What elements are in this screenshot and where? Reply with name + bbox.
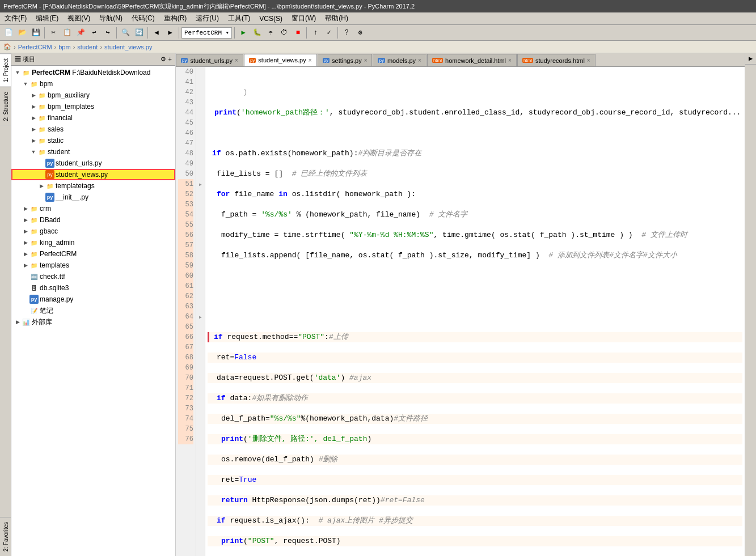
panel-gear-icon[interactable]: ⚙ (161, 56, 166, 63)
folder-icon-bpm-tpl: 📁 (37, 102, 47, 111)
tree-king-admin[interactable]: ▶ 📁 king_admin (11, 237, 175, 248)
profile-btn[interactable]: ⏱ (278, 27, 290, 39)
structure-tab[interactable]: 2: Structure (0, 87, 11, 126)
menu-code[interactable]: 代码(C) (127, 12, 159, 24)
code-line-47: modify_time = time.strftime( "%Y-%m-%d %… (208, 230, 742, 240)
tab-html-icon-hw: html (432, 58, 443, 63)
debug-btn[interactable]: 🐛 (251, 27, 263, 39)
breadcrumb-file[interactable]: student_views.py (104, 44, 152, 50)
redo-btn[interactable]: ↪ (102, 27, 114, 39)
tree-arrow-root: ▼ (14, 70, 22, 75)
menu-file[interactable]: 文件(F) (0, 12, 31, 24)
tree-sales[interactable]: ▶ 📁 sales (11, 124, 175, 135)
menu-help[interactable]: 帮助(H) (320, 12, 353, 24)
menu-refactor[interactable]: 重构(R) (159, 12, 192, 24)
tab-close-homework-detail[interactable]: × (508, 57, 512, 63)
search-btn[interactable]: 🔍 (119, 27, 132, 39)
tab-py-icon-settings: py (323, 58, 330, 63)
menu-run[interactable]: 运行(U) (191, 12, 223, 24)
tab-student-urls[interactable]: py student_urls.py × (176, 54, 243, 66)
back-btn[interactable]: ◀ (150, 27, 163, 39)
tab-close-settings[interactable]: × (364, 57, 368, 63)
menu-navigate[interactable]: 导航(N) (95, 12, 127, 24)
tree-templates[interactable]: ▶ 📁 templates (11, 260, 175, 271)
tree-root[interactable]: ▼ 📁 PerfectCRM F:\BaiduNetdiskDownload (11, 67, 175, 78)
tree-arrow-bpm-aux: ▶ (29, 92, 37, 98)
tree-check-ttf[interactable]: ▶ 🔤 check.ttf (11, 271, 175, 282)
tree-external-libs[interactable]: ▶ 📊 外部库 (11, 316, 175, 328)
title-text: PerfectCRM - [F:\BaiduNetdiskDownload\59… (3, 2, 415, 11)
tree-crm[interactable]: ▶ 📁 crm (11, 203, 175, 214)
breadcrumb-home[interactable]: 🏠 (3, 43, 11, 50)
tree-arrow-student: ▼ (29, 149, 37, 155)
tree-notes[interactable]: ▶ 📝 笔记 (11, 305, 175, 316)
run-config-dropdown[interactable]: PerfectCRM ▾ (181, 27, 232, 39)
right-sidebar-collapse[interactable]: ▶ (745, 53, 756, 65)
project-tab[interactable]: 1: Project (0, 53, 11, 87)
help-btn[interactable]: ? (340, 27, 353, 39)
tab-studyrecords[interactable]: html studyrecords.html × (517, 54, 595, 66)
cut-btn[interactable]: ✂ (47, 27, 60, 39)
new-file-btn[interactable]: 📄 (2, 27, 15, 39)
paste-btn[interactable]: 📌 (74, 27, 87, 39)
breadcrumb-bpm[interactable]: bpm (58, 44, 70, 50)
vcs-commit-btn[interactable]: ✓ (323, 27, 335, 39)
code-line-43: if os.path.exists(homework_path):#判断目录是否… (208, 148, 742, 159)
tree-init[interactable]: ▶ py __init__.py (11, 192, 175, 203)
tree-financial[interactable]: ▶ 📁 financial (11, 112, 175, 124)
favorites-tab[interactable]: 2: Favorites (0, 517, 11, 556)
settings-btn[interactable]: ⚙ (354, 27, 366, 39)
tree-student[interactable]: ▼ 📁 student (11, 146, 175, 158)
tab-close-models[interactable]: × (418, 57, 421, 63)
undo-btn[interactable]: ↩ (88, 27, 100, 39)
menu-edit[interactable]: 编辑(E) (31, 12, 63, 24)
replace-btn[interactable]: 🔄 (133, 27, 145, 39)
tab-homework-detail[interactable]: html homework_detail.html × (427, 54, 517, 66)
tree-dbadd[interactable]: ▶ 📁 DBadd (11, 214, 175, 226)
run-btn[interactable]: ▶ (237, 27, 250, 39)
tree-static[interactable]: ▶ 📁 static (11, 135, 175, 146)
tree-gbacc[interactable]: ▶ 📁 gbacc (11, 226, 175, 237)
menu-window[interactable]: 窗口(W) (287, 12, 320, 24)
code-content[interactable]: ) print('homework_path路径：', studyrecord_… (205, 67, 745, 556)
editor-inner: 40 41 42 43 44 45 46 47 48 49 50 51 52 5… (176, 67, 745, 556)
open-btn[interactable]: 📂 (16, 27, 28, 39)
tree-bpm-templates[interactable]: ▶ 📁 bpm_templates (11, 101, 175, 112)
breadcrumb-perfectcrm[interactable]: PerfectCRM (18, 44, 52, 50)
panel-settings-icon[interactable]: + (168, 56, 172, 63)
tab-close-student-urls[interactable]: × (235, 57, 238, 63)
code-line-54: if data:#如果有删除动作 (208, 393, 742, 404)
tab-close-student-views[interactable]: × (309, 57, 312, 63)
tab-settings[interactable]: py settings.py × (318, 54, 373, 66)
breadcrumb-student[interactable]: student (77, 44, 98, 50)
tree-templatetags[interactable]: ▶ 📁 templatetags (11, 180, 175, 192)
tab-close-studyrecords[interactable]: × (587, 57, 590, 63)
menu-vcs[interactable]: VCS(S) (255, 14, 287, 24)
tree-label-templates: templates (40, 261, 69, 269)
tree-bpm-auxiliary[interactable]: ▶ 📁 bpm_auxiliary (11, 90, 175, 101)
stop-btn[interactable]: ■ (292, 27, 304, 39)
tab-models[interactable]: py models.py × (373, 54, 426, 66)
menu-tools[interactable]: 工具(T) (223, 12, 255, 24)
code-editor[interactable]: 40 41 42 43 44 45 46 47 48 49 50 51 52 5… (176, 67, 745, 556)
code-line-40: ) (208, 87, 742, 97)
tree-label-check-ttf: check.ttf (40, 273, 65, 281)
copy-btn[interactable]: 📋 (61, 27, 73, 39)
code-line-57: os.remove(del_f_path) #删除 (208, 455, 742, 465)
save-btn[interactable]: 💾 (29, 27, 42, 39)
coverage-btn[interactable]: ☂ (264, 27, 277, 39)
tree-perfectcrm-sub[interactable]: ▶ 📁 PerfectCRM (11, 248, 175, 260)
menu-view[interactable]: 视图(V) (63, 12, 95, 24)
tree-student-urls[interactable]: ▶ py student_urls.py (11, 158, 175, 169)
tree-bpm[interactable]: ▼ 📁 bpm (11, 78, 175, 90)
tree-db-sqlite[interactable]: ▶ 🗄 db.sqlite3 (11, 282, 175, 294)
vcs-update-btn[interactable]: ↑ (309, 27, 322, 39)
forward-btn[interactable]: ▶ (164, 27, 176, 39)
tree-label-dbadd: DBadd (40, 216, 61, 224)
tree-manage-py[interactable]: ▶ py manage.py (11, 294, 175, 305)
tree-label-king-admin: king_admin (40, 239, 74, 247)
tab-student-views[interactable]: py student_views.py × (244, 54, 317, 66)
tree-student-views[interactable]: ▶ py student_views.py ➤ (11, 169, 175, 180)
folder-icon-financial: 📁 (37, 113, 47, 122)
toolbar-sep-4 (179, 27, 179, 39)
